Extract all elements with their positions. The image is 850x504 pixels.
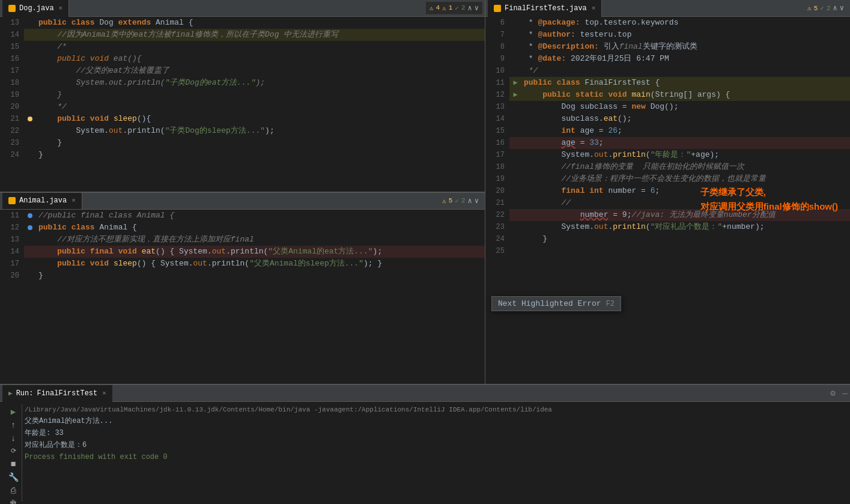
bottom-left-editor: Animal.java × ⚠ 5 ✓ 2 ∧ ∨ 11	[0, 193, 485, 384]
tab-finalfirsttest-java[interactable]: FinalFirstTest.java ×	[488, 0, 602, 17]
line-content-a13: //对应方法不想重新实现，直接在方法上添加对应final	[36, 234, 485, 246]
line-num-21: 21	[0, 113, 24, 125]
run-process-exit: Process finished with exit code 0	[25, 451, 845, 463]
line-num-a11: 11	[0, 210, 24, 222]
gutter-r20	[509, 185, 521, 197]
line-num-r20: 20	[485, 185, 509, 197]
gutter-blue-dot-a12	[28, 225, 32, 230]
run-icon: ▶	[8, 389, 13, 397]
run-up-button[interactable]: ↑	[7, 421, 19, 430]
gutter-17	[24, 65, 36, 77]
gutter-a12	[24, 222, 36, 234]
animal-error-count: 5	[449, 197, 453, 204]
line-content-13: public class Dog extends Animal {	[36, 17, 485, 29]
line-num-r19: 19	[485, 173, 509, 185]
right-prev-arrow[interactable]: ∧	[833, 4, 837, 13]
animal-ok-count: 2	[461, 197, 466, 204]
table-row: 24 }	[485, 233, 850, 245]
line-content-a17: public void sleep() { System.out.println…	[36, 258, 485, 270]
run-output-line-3: 对应礼品个数是：6	[25, 439, 845, 451]
gutter-r7	[509, 29, 521, 41]
run-tab-label[interactable]: ▶ Run: FinalFirstTest ×	[2, 385, 112, 402]
gutter-r23	[509, 221, 521, 233]
bottom-left-tab-bar: Animal.java × ⚠ 5 ✓ 2 ∧ ∨	[0, 193, 485, 210]
gutter-18	[24, 77, 36, 89]
run-tab-bar: ▶ Run: FinalFirstTest × ⚙ —	[0, 385, 850, 402]
run-printer-button[interactable]: ⎙	[7, 486, 19, 496]
line-content-r13: Dog subclass = new Dog();	[521, 101, 850, 113]
finalfirsttest-editor[interactable]: 6 * @package: top.testero.keywords 7 * @…	[485, 17, 850, 384]
tab-finalfirsttest-close[interactable]: ×	[592, 5, 596, 12]
gutter-r11: ▶	[509, 77, 521, 89]
table-row: 18 System.out.println("子类Dog的eat方法...");	[0, 77, 485, 89]
gutter-r18	[509, 161, 521, 173]
run-stop-button[interactable]: ◼	[7, 458, 19, 469]
dog-warn-icon2: ⚠	[442, 4, 446, 12]
animal-next-arrow[interactable]: ∨	[475, 196, 479, 205]
run-button[interactable]: ▶	[7, 407, 19, 417]
dog-code-lines: 13 public class Dog extends Animal { 14 …	[0, 17, 485, 192]
animal-prev-arrow[interactable]: ∧	[468, 196, 472, 205]
gutter-r24	[509, 233, 521, 245]
run-panel-minimize[interactable]: —	[843, 389, 848, 398]
line-num-r17: 17	[485, 149, 509, 161]
tab-animal-java-close[interactable]: ×	[71, 197, 76, 204]
dog-ok-icon: ✓	[455, 4, 459, 12]
gutter-r10	[509, 65, 521, 77]
run-down-button[interactable]: ↓	[7, 434, 19, 443]
run-wrench-button[interactable]: 🔧	[7, 472, 19, 482]
dog-error-bar: ⚠ 4 ⚠ 1 ✓ 2 ∧ ∨	[426, 2, 482, 15]
settings-icon[interactable]: ⚙	[830, 388, 835, 398]
line-num-r6: 6	[485, 17, 509, 29]
table-row: 17 public void sleep() { System.out.prin…	[0, 258, 485, 270]
tooltip-next-error: Next Highlighted Error F2	[491, 296, 621, 311]
tab-dog-java-label: Dog.java	[19, 4, 54, 13]
line-content-r14: subclass.eat();	[521, 113, 850, 125]
side-annotation-line1: 子类继承了父类,	[700, 185, 838, 199]
table-row: 11 ▶ public class FinalFirstTest {	[485, 77, 850, 89]
line-content-r10: */	[521, 65, 850, 77]
gutter-r16	[509, 137, 521, 149]
table-row: 16 age = 33;	[485, 137, 850, 149]
run-tab-close[interactable]: ×	[102, 390, 106, 397]
table-row: 24 }	[0, 149, 485, 161]
run-trash-button[interactable]: 🗑	[7, 499, 19, 504]
side-annotation-line2: 对应调用父类用final修饰的show()	[700, 199, 838, 214]
dog-error-count: 4	[436, 4, 440, 11]
line-num-16: 16	[0, 53, 24, 65]
animal-code-lines: 11 //public final class Animal { 12 publ…	[0, 210, 485, 384]
editor-area: Dog.java × ⚠ 4 ⚠ 1 ✓ 2 ∧ ∨	[0, 0, 850, 384]
line-num-r25: 25	[485, 245, 509, 257]
table-row: 14 subclass.eat();	[485, 113, 850, 125]
gutter-14	[24, 29, 36, 41]
gutter-a13	[24, 234, 36, 246]
dog-prev-arrow[interactable]: ∧	[468, 4, 472, 13]
line-num-r15: 15	[485, 125, 509, 137]
table-row: 23 System.out.println("对应礼品个数是："+number)…	[485, 221, 850, 233]
gutter-a17	[24, 258, 36, 270]
line-content-r12: public static void main(String[] args) {	[521, 89, 850, 101]
left-panel: Dog.java × ⚠ 4 ⚠ 1 ✓ 2 ∧ ∨	[0, 0, 485, 384]
gutter-r19	[509, 173, 521, 185]
tab-dog-java-close[interactable]: ×	[59, 5, 63, 12]
tab-dog-java[interactable]: Dog.java ×	[2, 0, 69, 17]
right-panel-inner: 6 * @package: top.testero.keywords 7 * @…	[485, 17, 850, 384]
table-row: 13 Dog subclass = new Dog();	[485, 101, 850, 113]
table-row: 14 //因为Animal类中的eat方法被final修饰类，所以在子类Dog …	[0, 29, 485, 41]
line-content-r6: * @package: top.testero.keywords	[521, 17, 850, 29]
line-num-r11: 11	[485, 77, 509, 89]
line-content-r11: public class FinalFirstTest {	[521, 77, 850, 89]
table-row: 10 */	[485, 65, 850, 77]
line-num-22: 22	[0, 125, 24, 137]
line-num-23: 23	[0, 137, 24, 149]
right-next-arrow[interactable]: ∨	[840, 4, 844, 13]
tab-finalfirsttest-label: FinalFirstTest.java	[505, 4, 587, 13]
dog-java-editor[interactable]: 13 public class Dog extends Animal { 14 …	[0, 17, 485, 192]
animal-java-editor[interactable]: 11 //public final class Animal { 12 publ…	[0, 210, 485, 384]
tab-animal-java[interactable]: Animal.java ×	[2, 193, 82, 210]
gutter-16	[24, 53, 36, 65]
line-content-a11: //public final class Animal {	[36, 210, 485, 222]
dog-next-arrow[interactable]: ∨	[475, 4, 479, 13]
run-rerun-button[interactable]: ⟳	[7, 447, 19, 455]
table-row: 20 */	[0, 101, 485, 113]
